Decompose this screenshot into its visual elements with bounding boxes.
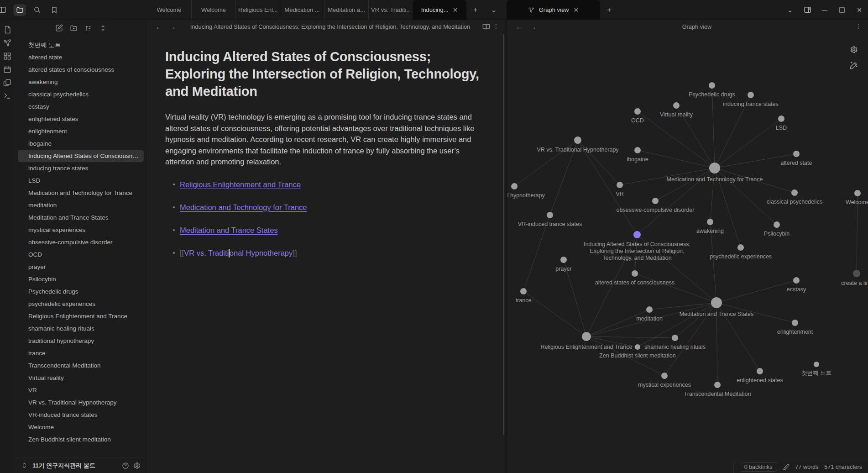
- graph-node-vr-induced-trance-states[interactable]: [547, 212, 553, 218]
- graph-node-obsessive-compulsive-disorder[interactable]: [652, 198, 659, 204]
- graph-node-enlightened-states[interactable]: [757, 368, 763, 374]
- new-tab-button[interactable]: +: [466, 0, 485, 20]
- more-options-icon[interactable]: ⋮: [493, 23, 499, 30]
- graph-node-mystical-experiences[interactable]: [661, 373, 668, 379]
- file-item[interactable]: Inducing Altered States of Consciousness…: [18, 150, 144, 162]
- graph-node-create-a-link[interactable]: [853, 270, 860, 277]
- file-item[interactable]: Zen Buddhist silent meditation: [18, 433, 144, 446]
- file-item[interactable]: LSD: [18, 174, 144, 187]
- graph-node-inducing-trance-states[interactable]: [748, 92, 754, 98]
- graph-node-ibogaine[interactable]: [634, 147, 641, 153]
- close-graph-tab-icon[interactable]: ✕: [574, 6, 579, 14]
- reading-mode-icon[interactable]: [482, 23, 490, 31]
- graph-node-zen-buddhist-silent-meditation[interactable]: [635, 344, 640, 350]
- backlinks-count[interactable]: 0 backlinks: [740, 462, 777, 472]
- file-item[interactable]: classical psychedelics: [18, 88, 144, 100]
- file-item[interactable]: prayer: [18, 261, 144, 273]
- close-tab-icon[interactable]: ✕: [453, 6, 458, 14]
- edit-mode-icon[interactable]: [783, 464, 790, 470]
- file-item[interactable]: trance: [18, 347, 144, 359]
- file-item[interactable]: mystical experiences: [18, 224, 144, 236]
- file-item[interactable]: VR: [18, 384, 144, 396]
- graph-settings-icon[interactable]: [850, 46, 858, 54]
- tab-Medication ...[interactable]: Medication ...: [280, 0, 324, 20]
- file-item[interactable]: 첫번째 노트: [18, 39, 144, 51]
- file-item[interactable]: altered state: [18, 51, 144, 63]
- daily-note-icon[interactable]: [3, 65, 11, 74]
- file-item[interactable]: ecstasy: [18, 100, 144, 113]
- graph-node-ocd[interactable]: [634, 108, 641, 115]
- search-icon[interactable]: [31, 4, 43, 16]
- graph-node-medication-and-technology-for-trance[interactable]: [709, 163, 720, 173]
- tab-Welcome[interactable]: Welcome: [191, 0, 235, 20]
- graph-node-shamanic-healing-rituals[interactable]: [672, 335, 678, 341]
- graph-node-religious-enlightenment-and-trance[interactable]: [582, 332, 591, 341]
- graph-node-transcendental-meditation[interactable]: [714, 382, 721, 388]
- graph-node-welcome[interactable]: [854, 190, 861, 196]
- graph-node-vr[interactable]: [617, 182, 623, 188]
- file-item[interactable]: Religious Enlightenment and Trance: [18, 310, 144, 322]
- vault-switcher[interactable]: 11기 연구지식관리 볼트: [15, 457, 146, 473]
- graph-node-altered-states-of-consciousness[interactable]: [632, 270, 638, 277]
- wikilink-text-after[interactable]: onal Hypnotherapy: [230, 249, 293, 257]
- file-item[interactable]: Psychedelic drugs: [18, 285, 144, 298]
- graph-node-psychedelic-experiences[interactable]: [737, 244, 744, 251]
- collapse-all-icon[interactable]: [99, 24, 107, 32]
- file-item[interactable]: shamanic healing rituals: [18, 322, 144, 335]
- tab-Welcome[interactable]: Welcome: [147, 0, 191, 20]
- graph-node-meditation-and-trance-states[interactable]: [711, 297, 722, 308]
- canvas-icon[interactable]: [3, 52, 11, 60]
- tab-list-chevron-icon[interactable]: ⌄: [781, 0, 799, 20]
- graph-canvas[interactable]: Psychedelic drugsinducing trance statesV…: [507, 20, 868, 473]
- new-tab-button-right[interactable]: +: [600, 0, 618, 20]
- file-item[interactable]: obsessive-compulsive disorder: [18, 236, 144, 248]
- internal-link[interactable]: Medication and Technology for Trance: [180, 202, 307, 213]
- tab-Meditation a...[interactable]: Meditation a...: [324, 0, 368, 20]
- graph-node-trance[interactable]: [520, 288, 527, 294]
- maximize-button[interactable]: [833, 0, 851, 20]
- file-item[interactable]: altered states of consciousness: [18, 63, 144, 76]
- file-item[interactable]: traditional hypnotherapy: [18, 335, 144, 347]
- graph-node-psilocybin[interactable]: [774, 221, 780, 228]
- minimize-button[interactable]: —: [816, 0, 833, 20]
- tab-graph-view[interactable]: Graph view ✕: [507, 0, 600, 20]
- file-item[interactable]: ibogaine: [18, 137, 144, 150]
- graph-node-virtual-reality[interactable]: [673, 102, 680, 109]
- file-item[interactable]: Psilocybin: [18, 273, 144, 285]
- forward-arrow-icon[interactable]: →: [167, 23, 178, 31]
- graph-node-prayer[interactable]: [560, 257, 567, 263]
- graph-node-inducing-altered-states[interactable]: [633, 231, 641, 238]
- settings-icon[interactable]: [133, 462, 141, 469]
- file-item[interactable]: psychedelic experiences: [18, 298, 144, 310]
- graph-node-lsd[interactable]: [778, 116, 784, 122]
- graph-node-enlightenment[interactable]: [792, 320, 798, 326]
- bookmark-icon[interactable]: [48, 4, 61, 16]
- file-item[interactable]: Virtual reality: [18, 372, 144, 384]
- back-arrow-icon[interactable]: ←: [153, 23, 164, 31]
- panel-left-icon[interactable]: [0, 4, 9, 16]
- new-folder-icon[interactable]: [70, 24, 78, 32]
- file-item[interactable]: enlightenment: [18, 125, 144, 137]
- tab-list-button[interactable]: ⌄: [485, 0, 503, 20]
- file-item[interactable]: awakening: [18, 76, 144, 88]
- file-item[interactable]: VR vs. Traditional Hypnotherapy: [18, 396, 144, 409]
- file-item[interactable]: inducing trance states: [18, 162, 144, 174]
- graph-node-altered-state[interactable]: [793, 151, 800, 157]
- file-item[interactable]: VR-induced trance states: [18, 409, 144, 421]
- internal-link[interactable]: Meditation and Trance States: [180, 225, 278, 236]
- file-item[interactable]: Medication and Technology for Trance: [18, 187, 144, 199]
- graph-node-awakening[interactable]: [707, 219, 713, 225]
- file-item[interactable]: enlightened states: [18, 113, 144, 125]
- wikilink-text-before[interactable]: VR vs. Traditi: [184, 249, 229, 257]
- file-item[interactable]: Welcome: [18, 421, 144, 433]
- graph-node-meditation[interactable]: [646, 306, 653, 313]
- file-item[interactable]: Meditation and Trance States: [18, 211, 144, 224]
- graph-node-classical-psychedelics[interactable]: [791, 189, 798, 196]
- file-item[interactable]: meditation: [18, 199, 144, 211]
- toggle-right-sidebar-icon[interactable]: [799, 0, 816, 20]
- open-note-icon[interactable]: [3, 26, 11, 34]
- graph-node-first-note[interactable]: [814, 362, 819, 367]
- files-tab-icon[interactable]: [13, 4, 26, 16]
- graph-node-psychedelic-drugs[interactable]: [709, 82, 715, 89]
- close-window-button[interactable]: ✕: [851, 0, 868, 20]
